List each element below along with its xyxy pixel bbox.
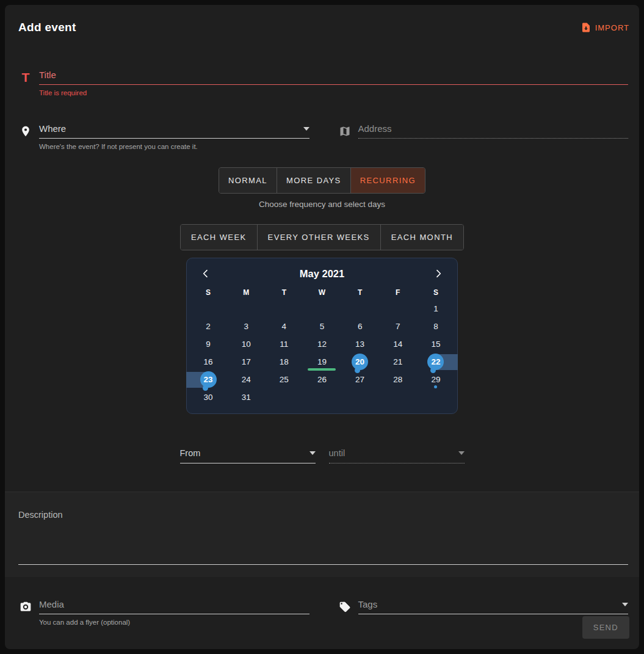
chevron-down-icon	[309, 451, 316, 455]
tab-more-days[interactable]: MORE DAYS	[277, 168, 350, 193]
calendar-day[interactable]: 3	[227, 318, 265, 335]
description-input[interactable]	[18, 564, 628, 565]
calendar-day[interactable]: 9	[189, 335, 227, 353]
calendar-day[interactable]: 24	[227, 371, 265, 388]
calendar: May 2021 SMTWTFS 12345678910111213141516…	[186, 258, 458, 414]
until-label: until	[329, 448, 454, 458]
weekday-label: M	[227, 288, 265, 297]
calendar-day[interactable]: 11	[265, 335, 303, 353]
calendar-day[interactable]: 6	[341, 318, 379, 335]
add-event-dialog: Add event IMPORT T Title Title is requir…	[5, 5, 639, 649]
where-helper-text: Where's the event? If not present you ca…	[39, 143, 309, 150]
description-section: Description	[5, 492, 639, 577]
calendar-day[interactable]: 29	[417, 371, 455, 388]
calendar-day-empty	[265, 388, 303, 406]
calendar-day[interactable]: 18	[265, 353, 303, 371]
frequency-hint: Choose frequency and select days	[259, 200, 385, 209]
import-button[interactable]: IMPORT	[580, 21, 629, 34]
calendar-day[interactable]: 17	[227, 353, 265, 371]
media-input[interactable]: Media	[18, 599, 309, 614]
calendar-day[interactable]: 15	[417, 335, 455, 353]
calendar-day-empty	[189, 300, 227, 318]
next-month-button[interactable]	[430, 266, 446, 282]
media-tags-row: Media You can add a flyer (optional) Tag…	[5, 599, 639, 626]
event-type-tabs: NORMAL MORE DAYS RECURRING	[219, 167, 425, 194]
calendar-day[interactable]: 25	[265, 371, 303, 388]
chevron-down-icon	[458, 451, 465, 455]
calendar-day[interactable]: 5	[303, 318, 341, 335]
address-input[interactable]: Address	[338, 123, 629, 139]
calendar-day[interactable]: 13	[341, 335, 379, 353]
title-error-text: Title is required	[39, 89, 628, 96]
calendar-day[interactable]: 30	[189, 388, 227, 406]
dialog-header: Add event IMPORT	[5, 5, 639, 34]
where-field-block: Where Where's the event? If not present …	[18, 123, 309, 150]
media-field-block: Media You can add a flyer (optional)	[18, 599, 309, 626]
calendar-day[interactable]: 22	[417, 353, 455, 371]
title-text-icon: T	[18, 70, 33, 85]
title-placeholder: Title	[39, 70, 628, 80]
description-label: Description	[18, 510, 628, 520]
location-row: Where Where's the event? If not present …	[5, 123, 639, 150]
location-pin-icon	[18, 124, 33, 139]
chevron-down-icon	[622, 603, 628, 606]
each-month-button[interactable]: EACH MONTH	[380, 225, 463, 250]
where-select[interactable]: Where	[18, 123, 309, 139]
calendar-day[interactable]: 8	[417, 318, 455, 335]
calendar-weekdays: SMTWTFS	[189, 284, 455, 300]
calendar-day[interactable]: 21	[379, 353, 417, 371]
tab-recurring[interactable]: RECURRING	[350, 168, 425, 193]
from-label: From	[180, 448, 305, 458]
media-placeholder: Media	[39, 599, 309, 609]
every-other-weeks-button[interactable]: EVERY OTHER WEEKS	[257, 225, 380, 250]
camera-icon	[18, 600, 33, 614]
calendar-day-empty	[265, 300, 303, 318]
calendar-day-empty	[379, 388, 417, 406]
calendar-day-empty	[303, 300, 341, 318]
calendar-day[interactable]: 14	[379, 335, 417, 353]
calendar-day[interactable]: 19	[303, 353, 341, 371]
chevron-down-icon	[303, 127, 309, 131]
from-time-select[interactable]: From	[180, 448, 316, 463]
where-placeholder: Where	[39, 123, 298, 134]
frequency-options: EACH WEEK EVERY OTHER WEEKS EACH MONTH	[180, 224, 464, 250]
time-row: From until	[180, 448, 465, 463]
tags-icon	[338, 600, 352, 614]
calendar-day[interactable]: 10	[227, 335, 265, 353]
calendar-day[interactable]: 27	[341, 371, 379, 388]
calendar-day-empty	[227, 300, 265, 318]
tab-normal[interactable]: NORMAL	[219, 168, 277, 193]
weekday-label: F	[379, 288, 417, 297]
recurrence-section: NORMAL MORE DAYS RECURRING Choose freque…	[5, 150, 639, 463]
file-import-icon	[580, 21, 592, 34]
calendar-day[interactable]: 12	[303, 335, 341, 353]
calendar-day[interactable]: 20	[341, 353, 379, 371]
title-input[interactable]: Title	[39, 70, 628, 85]
import-label: IMPORT	[595, 23, 629, 32]
send-button[interactable]: SEND	[582, 616, 629, 639]
each-week-button[interactable]: EACH WEEK	[181, 225, 257, 250]
weekday-label: S	[417, 288, 455, 297]
calendar-day[interactable]: 7	[379, 318, 417, 335]
calendar-day-empty	[417, 388, 455, 406]
calendar-day-empty	[303, 388, 341, 406]
calendar-month-title: May 2021	[214, 268, 430, 280]
weekday-label: W	[303, 288, 341, 297]
calendar-day[interactable]: 31	[227, 388, 265, 406]
prev-month-button[interactable]	[198, 266, 214, 282]
address-placeholder: Address	[358, 123, 629, 134]
calendar-day[interactable]: 2	[189, 318, 227, 335]
calendar-day[interactable]: 1	[417, 300, 455, 318]
calendar-day[interactable]: 23	[189, 371, 227, 388]
map-icon	[338, 124, 352, 139]
calendar-day-empty	[341, 388, 379, 406]
calendar-day[interactable]: 28	[379, 371, 417, 388]
tags-placeholder: Tags	[358, 599, 618, 609]
page-title: Add event	[18, 21, 76, 34]
calendar-day[interactable]: 4	[265, 318, 303, 335]
until-time-select[interactable]: until	[329, 448, 465, 463]
calendar-day[interactable]: 26	[303, 371, 341, 388]
title-field[interactable]: T Title	[18, 70, 628, 85]
calendar-day[interactable]: 16	[189, 353, 227, 371]
tags-select[interactable]: Tags	[338, 599, 629, 614]
